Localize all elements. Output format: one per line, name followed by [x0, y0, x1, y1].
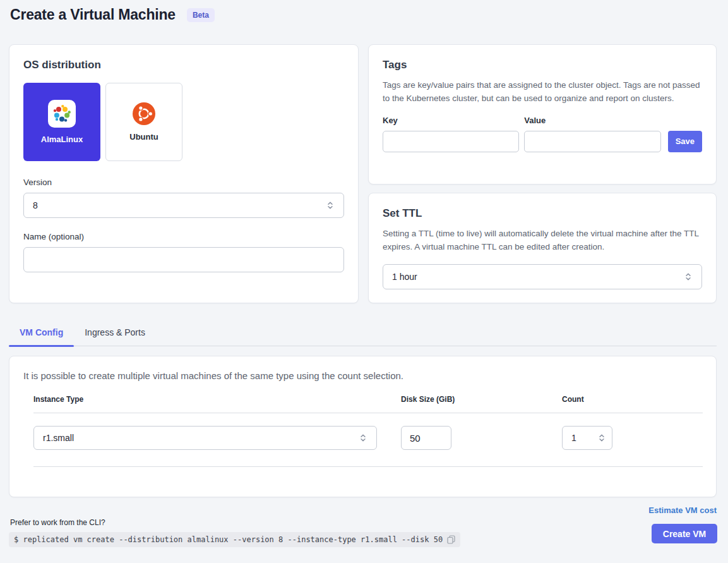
ubuntu-logo-box	[133, 102, 155, 125]
os-distribution-card: OS distribution	[9, 44, 359, 303]
page-title: Create a Virtual Machine	[10, 6, 176, 23]
version-select-value: 8	[33, 200, 38, 210]
page-header: Create a Virtual Machine Beta	[10, 6, 215, 23]
name-label: Name (optional)	[23, 232, 344, 241]
ttl-select[interactable]: 1 hour	[383, 264, 702, 289]
set-ttl-card: Set TTL Setting a TTL (time to live) wil…	[368, 193, 717, 303]
column-disk-size: Disk Size (GiB)	[401, 395, 562, 404]
count-value: 1	[571, 433, 576, 443]
almalinux-logo-box	[48, 100, 76, 128]
almalinux-icon	[52, 104, 71, 123]
tag-key-label: Key	[383, 116, 519, 125]
column-instance-type: Instance Type	[33, 395, 401, 404]
tag-value-input[interactable]	[524, 131, 660, 152]
cli-prompt-text: Prefer to work from the CLI?	[10, 518, 105, 527]
count-stepper[interactable]: 1	[562, 426, 612, 450]
name-input[interactable]	[23, 247, 344, 272]
estimate-vm-cost-link[interactable]: Estimate VM cost	[648, 505, 717, 515]
tags-card-title: Tags	[383, 59, 702, 71]
tag-value-label: Value	[524, 116, 660, 125]
chevron-updown-icon	[684, 272, 693, 281]
save-tag-button[interactable]: Save	[668, 131, 702, 152]
instance-table: Instance Type Disk Size (GiB) Count r1.s…	[33, 395, 703, 467]
instance-table-header: Instance Type Disk Size (GiB) Count	[33, 395, 703, 413]
page: Create a Virtual Machine Beta OS distrib…	[0, 0, 728, 563]
vm-config-card: It is possible to create multiple virtua…	[9, 356, 717, 497]
create-vm-button[interactable]: Create VM	[652, 524, 717, 543]
ttl-select-value: 1 hour	[392, 272, 417, 282]
tab-ingress-ports[interactable]: Ingress & Ports	[74, 318, 156, 346]
version-label: Version	[23, 178, 344, 187]
disk-size-input[interactable]	[401, 426, 451, 450]
tab-bar: VM Config Ingress & Ports	[9, 318, 717, 346]
version-select[interactable]: 8	[23, 193, 344, 218]
cli-command-bar: $ replicated vm create --distribution al…	[9, 532, 460, 547]
cli-command-text: $ replicated vm create --distribution al…	[14, 535, 443, 544]
os-tiles: AlmaLinux Ubuntu	[23, 83, 344, 161]
os-tile-label-almalinux: AlmaLinux	[41, 135, 83, 144]
os-tile-label-ubuntu: Ubuntu	[129, 132, 158, 142]
vm-config-description: It is possible to create multiple virtua…	[23, 370, 702, 381]
tab-vm-config[interactable]: VM Config	[9, 318, 74, 346]
os-tile-almalinux[interactable]: AlmaLinux	[23, 83, 100, 161]
tag-row: Key Value Save	[383, 116, 702, 152]
copy-icon[interactable]	[447, 535, 455, 544]
tag-value-field: Value	[524, 116, 660, 152]
ubuntu-icon	[133, 102, 155, 125]
os-card-title: OS distribution	[23, 59, 344, 71]
tags-card-description: Tags are key/value pairs that are assign…	[383, 79, 702, 106]
chevron-updown-icon	[597, 433, 606, 442]
tag-key-field: Key	[383, 116, 519, 152]
os-tile-ubuntu[interactable]: Ubuntu	[105, 83, 182, 161]
tags-card: Tags Tags are key/value pairs that are a…	[368, 44, 717, 185]
beta-badge: Beta	[187, 8, 215, 22]
ttl-card-description: Setting a TTL (time to live) will automa…	[383, 227, 702, 254]
column-count: Count	[562, 395, 703, 404]
chevron-updown-icon	[326, 201, 335, 210]
chevron-updown-icon	[359, 433, 367, 442]
table-row: r1.small 1	[33, 413, 703, 467]
tag-key-input[interactable]	[383, 131, 519, 152]
instance-type-select[interactable]: r1.small	[33, 426, 377, 450]
instance-type-value: r1.small	[43, 433, 74, 443]
ttl-card-title: Set TTL	[383, 207, 702, 220]
